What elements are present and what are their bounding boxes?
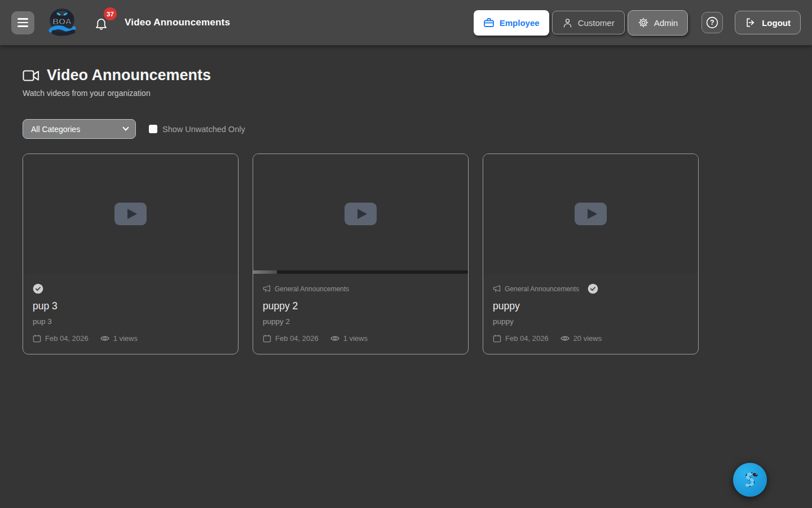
- watched-check-icon: [588, 283, 598, 294]
- video-description: pup 3: [33, 317, 228, 326]
- filters-row: All Categories Show Unwatched Only: [23, 119, 789, 139]
- role-button-admin[interactable]: Admin: [628, 10, 689, 36]
- appbar-title: Video Announcements: [125, 17, 230, 28]
- video-card[interactable]: General Announcements puppy puppy: [483, 154, 699, 354]
- watch-progress-bar: [253, 270, 468, 274]
- play-icon[interactable]: [114, 203, 147, 225]
- watched-check-icon: [33, 283, 43, 294]
- role-button-employee[interactable]: Employee: [474, 10, 549, 36]
- snake-icon: [740, 470, 760, 490]
- category-filter-wrap: All Categories: [23, 119, 136, 139]
- notification-count-badge: 37: [104, 7, 117, 20]
- logo-text: BOA: [52, 16, 72, 26]
- help-icon: ?: [705, 16, 719, 29]
- video-description: puppy 2: [263, 317, 458, 326]
- person-icon: [562, 17, 573, 28]
- video-date: Feb 04, 2026: [505, 334, 549, 343]
- play-icon[interactable]: [575, 203, 607, 225]
- role-label: Customer: [578, 18, 615, 28]
- menu-button[interactable]: [11, 11, 34, 34]
- role-switcher: Employee Customer Admin: [474, 10, 688, 36]
- logout-button[interactable]: Logout: [735, 11, 801, 34]
- unwatched-filter[interactable]: Show Unwatched Only: [149, 125, 245, 134]
- logout-label: Logout: [762, 18, 791, 28]
- video-views: 1 views: [113, 334, 138, 343]
- video-camera-icon: [23, 69, 39, 82]
- role-label: Admin: [654, 18, 678, 28]
- video-views: 20 views: [573, 334, 602, 343]
- calendar-icon: [493, 334, 501, 343]
- role-button-customer[interactable]: Customer: [552, 11, 625, 34]
- role-label: Employee: [500, 18, 540, 28]
- main-content: Video Announcements Watch videos from yo…: [0, 45, 812, 354]
- page-subtitle: Watch videos from your organization: [23, 89, 789, 98]
- help-button[interactable]: ?: [701, 12, 723, 33]
- page-title: Video Announcements: [47, 67, 211, 84]
- watch-progress-fill: [253, 270, 277, 274]
- video-date: Feb 04, 2026: [275, 334, 319, 343]
- megaphone-icon: [493, 285, 501, 292]
- video-title: puppy 2: [263, 300, 458, 312]
- eye-icon: [100, 335, 109, 342]
- unwatched-checkbox[interactable]: [149, 125, 157, 133]
- video-description: puppy: [493, 317, 689, 326]
- category-badge: General Announcements: [263, 285, 349, 293]
- category-filter-select[interactable]: All Categories: [23, 119, 136, 139]
- assistant-fab-button[interactable]: [733, 463, 767, 497]
- video-date: Feb 04, 2026: [45, 334, 89, 343]
- video-card[interactable]: General Announcements puppy 2 puppy 2 Fe…: [253, 154, 469, 354]
- video-views: 1 views: [343, 334, 368, 343]
- video-thumbnail[interactable]: [253, 154, 468, 274]
- eye-icon: [561, 335, 570, 342]
- hamburger-icon: [17, 18, 28, 19]
- notifications-bell[interactable]: 37: [94, 14, 109, 31]
- briefcase-icon: [483, 17, 495, 28]
- video-card[interactable]: pup 3 pup 3 Feb 04, 2026: [23, 154, 239, 354]
- logout-icon: [745, 17, 756, 28]
- svg-text:?: ?: [710, 19, 714, 27]
- play-icon[interactable]: [345, 203, 377, 225]
- calendar-icon: [263, 334, 271, 343]
- video-title: pup 3: [33, 300, 228, 312]
- video-grid: pup 3 pup 3 Feb 04, 2026: [23, 154, 789, 354]
- video-thumbnail[interactable]: [23, 154, 238, 274]
- boa-logo: BOA: [47, 7, 77, 38]
- video-thumbnail[interactable]: [483, 154, 698, 274]
- category-badge: General Announcements: [493, 285, 579, 293]
- app-header: BOA 37 Video Announcements Employee: [0, 0, 812, 45]
- calendar-icon: [33, 334, 41, 343]
- video-title: puppy: [493, 300, 689, 312]
- eye-icon: [330, 335, 339, 342]
- gear-icon: [638, 17, 649, 28]
- megaphone-icon: [263, 285, 271, 292]
- category-label: General Announcements: [275, 285, 349, 293]
- category-label: General Announcements: [505, 285, 579, 293]
- unwatched-checkbox-label: Show Unwatched Only: [162, 125, 245, 134]
